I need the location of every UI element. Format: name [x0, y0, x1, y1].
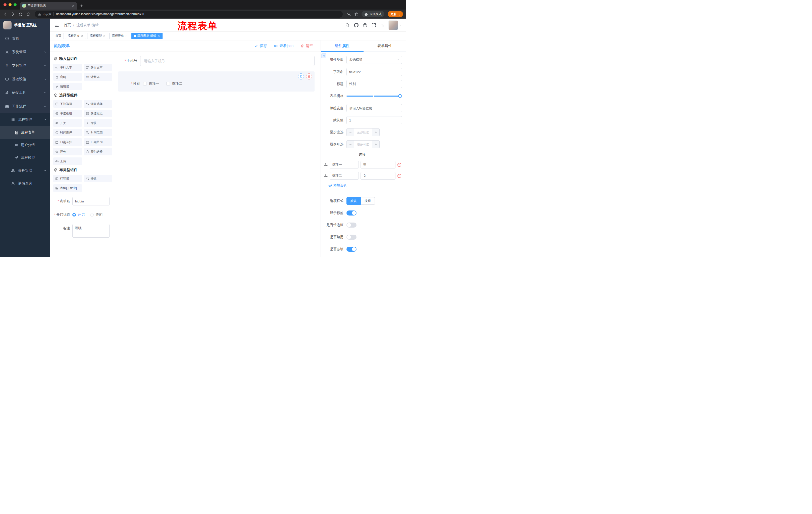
palette-item-password[interactable]: 密码 — [53, 73, 82, 81]
palette-item-single-text[interactable]: 单行文本 — [53, 64, 82, 71]
option-value-input[interactable] — [360, 172, 396, 180]
disabled-toggle[interactable] — [346, 235, 356, 240]
drag-handle-icon[interactable] — [324, 174, 328, 178]
github-icon[interactable] — [354, 23, 358, 27]
min-select-stepper[interactable]: 至少应选 — [346, 128, 380, 136]
field-name-input[interactable] — [346, 68, 402, 76]
save-button[interactable]: 保存 — [254, 44, 267, 48]
style-button-button[interactable]: 按钮 — [361, 197, 375, 205]
new-tab-button[interactable] — [80, 4, 83, 7]
stepper-value[interactable]: 最多可选 — [354, 141, 372, 148]
palette-item-button[interactable]: 按钮 — [84, 175, 113, 182]
title-input[interactable] — [346, 80, 402, 88]
gender-option-1-checkbox[interactable]: 选项一 — [143, 81, 159, 86]
copy-widget-button[interactable] — [298, 74, 304, 79]
form-remark-textarea[interactable]: 嘿嘿 — [72, 224, 110, 238]
delete-widget-button[interactable] — [306, 74, 312, 79]
sidebar-item-infrastructure[interactable]: 基础设施 — [0, 73, 50, 86]
sidebar-item-home[interactable]: 首页 — [0, 32, 50, 45]
link-icon[interactable] — [321, 53, 326, 58]
palette-item-dropdown[interactable]: 下拉选择 — [53, 100, 82, 108]
component-type-select[interactable]: 多选框组 — [346, 56, 402, 64]
sidebar-item-workflow[interactable]: 工作流程 — [0, 100, 50, 113]
search-icon[interactable] — [345, 23, 350, 27]
palette-item-switch[interactable]: 开关 — [53, 119, 82, 127]
sidebar-item-process-model[interactable]: 流程模型 — [0, 152, 50, 164]
remove-option-icon[interactable] — [397, 163, 402, 167]
reload-button[interactable] — [19, 12, 23, 16]
view-json-button[interactable]: 查看json — [274, 44, 293, 48]
back-button[interactable] — [3, 12, 7, 16]
with-border-toggle[interactable] — [346, 222, 356, 227]
field-phone[interactable]: 手机号 — [118, 56, 315, 66]
default-value-input[interactable] — [346, 116, 402, 124]
bookmark-star-icon[interactable] — [354, 12, 358, 16]
palette-item-row-container[interactable]: 行容器 — [53, 175, 82, 182]
sidebar-item-task-management[interactable]: 任务管理 — [0, 164, 50, 177]
add-option-button[interactable]: 添加选项 — [328, 183, 402, 188]
slider-track[interactable] — [346, 96, 400, 97]
stepper-decrease-button[interactable] — [347, 129, 354, 136]
fullscreen-icon[interactable] — [372, 23, 376, 27]
tag-home[interactable]: 首页 — [53, 33, 64, 39]
avatar-caret-icon[interactable] — [400, 24, 402, 26]
tag-process-form[interactable]: 流程表单 — [109, 33, 130, 39]
help-icon[interactable] — [363, 23, 367, 27]
palette-item-upload[interactable]: 上传 — [53, 157, 82, 165]
clear-button[interactable]: 清空 — [300, 44, 313, 48]
show-label-toggle[interactable] — [346, 211, 356, 216]
home-button[interactable] — [26, 12, 30, 16]
browser-tab[interactable]: 芋道管理系统 — [20, 2, 77, 9]
palette-item-date-range[interactable]: 日期范围 — [84, 138, 113, 146]
update-button[interactable]: 更新 — [388, 11, 403, 17]
drag-handle-icon[interactable] — [324, 163, 328, 167]
password-key-icon[interactable] — [347, 12, 351, 16]
option-value-input[interactable] — [360, 161, 396, 168]
hamburger-menu-icon[interactable] — [54, 23, 59, 28]
sidebar-item-devtools[interactable]: 研发工具 — [0, 86, 50, 100]
tab-close-icon[interactable] — [71, 4, 75, 7]
palette-item-time-picker[interactable]: 时间选择 — [53, 129, 82, 136]
selected-widget-gender[interactable]: 性别 选项一 选项二 — [118, 72, 315, 91]
breadcrumb-home[interactable]: 首页 — [64, 23, 71, 27]
stepper-increase-button[interactable] — [372, 129, 379, 136]
forward-button[interactable] — [11, 12, 15, 16]
palette-item-slider[interactable]: 滑块 — [84, 119, 113, 127]
tag-process-definition[interactable]: 流程定义 — [65, 33, 86, 39]
label-width-input[interactable] — [346, 104, 402, 112]
tag-close-icon[interactable] — [103, 35, 106, 37]
browser-menu-icon[interactable] — [398, 12, 401, 16]
sidebar-item-process-form[interactable]: 流程表单 — [0, 126, 50, 139]
option-name-input[interactable] — [330, 172, 359, 180]
palette-item-rate[interactable]: 评分 — [53, 148, 82, 155]
palette-item-color-picker[interactable]: 颜色选择 — [84, 148, 113, 155]
tag-process-form-edit[interactable]: 流程表单-编辑 — [132, 33, 163, 39]
palette-item-checkbox-group[interactable]: 多选框组 — [84, 110, 113, 117]
user-avatar[interactable] — [388, 20, 398, 30]
palette-item-multi-text[interactable]: 多行文本 — [84, 64, 113, 71]
sidebar-item-payment[interactable]: ¥ 支付管理 — [0, 59, 50, 73]
tag-process-model[interactable]: 流程模型 — [87, 33, 108, 39]
tab-component-props[interactable]: 组件属性 — [321, 40, 364, 52]
status-off-radio[interactable]: 关闭 — [90, 213, 103, 217]
palette-item-table[interactable]: 表格[开发中] — [53, 184, 82, 192]
palette-item-editor[interactable]: 编辑器 — [53, 83, 82, 90]
tab-form-props[interactable]: 表单属性 — [364, 40, 406, 52]
tag-close-icon[interactable] — [157, 35, 160, 37]
stepper-decrease-button[interactable] — [347, 141, 354, 148]
slider-knob[interactable] — [398, 94, 402, 98]
tag-close-icon[interactable] — [125, 35, 127, 37]
palette-item-cascader[interactable]: 级联选择 — [84, 100, 113, 108]
grid-slider[interactable] — [346, 92, 402, 100]
palette-item-date-picker[interactable]: 日期选择 — [53, 138, 82, 146]
max-select-stepper[interactable]: 最多可选 — [346, 140, 380, 148]
gender-option-2-checkbox[interactable]: 选项二 — [166, 81, 182, 86]
sidebar-item-user-group[interactable]: 用户分组 — [0, 139, 50, 152]
font-size-icon[interactable] — [380, 23, 385, 27]
palette-item-time-range[interactable]: 时间范围 — [84, 129, 113, 136]
tag-close-icon[interactable] — [81, 35, 83, 37]
form-name-input[interactable] — [72, 197, 110, 206]
palette-item-counter[interactable]: 123计数器 — [84, 73, 113, 81]
stepper-increase-button[interactable] — [372, 141, 379, 148]
sidebar-item-process-management[interactable]: 流程管理 — [0, 113, 50, 126]
